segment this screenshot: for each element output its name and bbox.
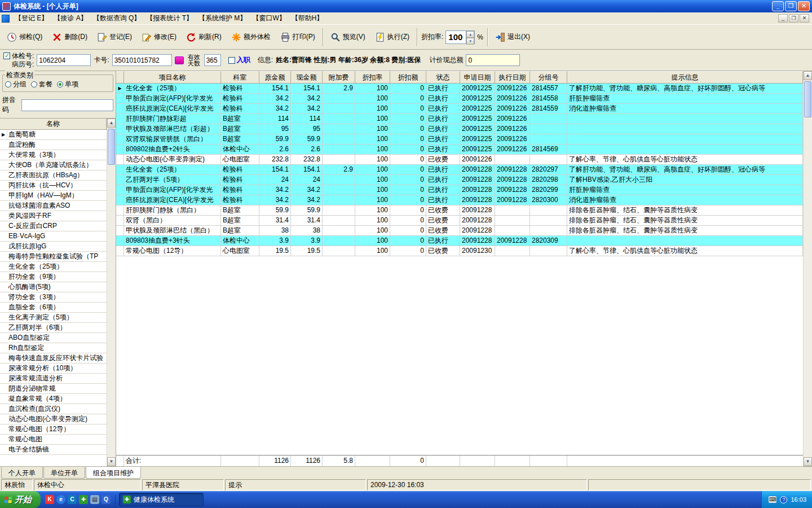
- list-item[interactable]: 类风湿因子RF: [0, 211, 107, 221]
- minimize-button[interactable]: _: [772, 1, 784, 11]
- table-row[interactable]: 809803抽血费+3针头体检中心3.93.91000已执行2009122820…: [116, 236, 803, 246]
- list-item[interactable]: Rh血型鉴定: [0, 343, 107, 353]
- tab-personal-order[interactable]: 个人开单: [1, 467, 43, 479]
- list-item[interactable]: 心肌酶谱(5项): [0, 282, 107, 292]
- spin-up-icon[interactable]: ▲: [466, 31, 474, 38]
- category-radio-package[interactable]: 套餐: [31, 80, 52, 89]
- table-row[interactable]: 甲状腺及颈部淋巴结（黑白）B超室38381000已收费20091228排除各脏器…: [116, 226, 803, 236]
- table-row[interactable]: 肝胆胰脾门静脉（黑白）B超室59.959.91000已收费20091228排除各…: [116, 205, 803, 216]
- mdi-minimize-button[interactable]: _: [778, 14, 788, 23]
- list-item[interactable]: ABO血型鉴定: [0, 333, 107, 343]
- list-item[interactable]: 动态心电图(心率变异测定): [0, 414, 107, 424]
- list-item[interactable]: C-反应蛋白CRP: [0, 221, 107, 231]
- table-row[interactable]: 癌胚抗原测定(CEA)[化学发光检验科34.234.21000已执行200912…: [116, 104, 803, 114]
- list-scrollbar[interactable]: ▲ ▼: [107, 119, 116, 466]
- exit-button[interactable]: 退出(X): [491, 28, 535, 46]
- column-header[interactable]: 分组号: [530, 71, 567, 84]
- menu-report-stats[interactable]: 【报表统计 T】: [143, 12, 196, 24]
- quick-launch-icon[interactable]: ▤: [90, 495, 99, 504]
- keyboard-tray-icon[interactable]: ⌨: [769, 496, 776, 503]
- list-item[interactable]: EB·VcA-IgG: [0, 231, 107, 242]
- card-icon[interactable]: [175, 56, 184, 64]
- preview-button[interactable]: 预览(V): [326, 28, 370, 46]
- list-item[interactable]: 肾功全套（3项）: [0, 292, 107, 303]
- quick-launch-icon[interactable]: K: [45, 495, 54, 504]
- table-row[interactable]: 甲状腺及颈部淋巴结（彩超）B超室95951000已执行2009122520091…: [116, 124, 803, 134]
- table-row[interactable]: 肝胆胰脾门静脉彩超B超室1141141000已执行200912252009122…: [116, 114, 803, 124]
- list-item[interactable]: 生化全套（25项）: [0, 262, 107, 272]
- list-item[interactable]: 血脂全套（6项）: [0, 303, 107, 313]
- column-header[interactable]: 现金额: [291, 71, 323, 84]
- table-row[interactable]: 809802抽血费+2针头体检中心2.62.61000已执行2009122520…: [116, 144, 803, 155]
- wait-exam-button[interactable]: 候检(Q): [2, 28, 47, 46]
- list-item[interactable]: 电子全结肠镜: [0, 445, 107, 455]
- list-item[interactable]: 血淀粉酶: [0, 140, 107, 150]
- column-header[interactable]: 折扣率: [355, 71, 390, 84]
- execute-button[interactable]: 执行(Z): [370, 28, 414, 46]
- menu-window[interactable]: 【窗口W】: [249, 12, 288, 24]
- list-item[interactable]: 甲肝IgM（HAV—IgM）: [0, 191, 107, 201]
- column-header[interactable]: 科室: [221, 71, 259, 84]
- spin-down-icon[interactable]: ▼: [466, 38, 474, 45]
- modify-button[interactable]: 修改(E): [137, 28, 181, 46]
- table-row[interactable]: ▶生化全套（25项）检验科154.1154.12.91000已执行2009122…: [116, 84, 803, 94]
- mdi-close-button[interactable]: ✕: [800, 14, 809, 23]
- scroll-up-icon[interactable]: ▲: [804, 71, 812, 80]
- exam-no-input[interactable]: [37, 54, 91, 66]
- table-row[interactable]: 甲胎蛋白测定(AFP)[化学发光检验科34.234.21000已执行200912…: [116, 94, 803, 104]
- taskbar-task-button[interactable]: ✚ 健康体检系统: [119, 493, 204, 506]
- mdi-restore-button[interactable]: ❐: [789, 14, 798, 23]
- radio-icon[interactable]: [5, 81, 11, 87]
- tab-unit-order[interactable]: 单位开单: [43, 467, 85, 479]
- refresh-button[interactable]: 刷新(R): [182, 28, 226, 46]
- column-header[interactable]: 折扣额: [390, 71, 426, 84]
- list-item[interactable]: 阴道分泌物常规: [0, 384, 107, 394]
- print-button[interactable]: 打印(P): [276, 28, 320, 46]
- menu-reception[interactable]: 【接诊 A】: [51, 12, 90, 24]
- scroll-down-icon[interactable]: ▼: [107, 457, 116, 466]
- valid-days-input[interactable]: [204, 54, 221, 66]
- list-item[interactable]: 常规心电图: [0, 435, 107, 445]
- column-header[interactable]: 申请日期: [460, 71, 495, 84]
- menu-help[interactable]: 【帮助H】: [289, 12, 326, 24]
- pinyin-input[interactable]: [21, 99, 113, 111]
- list-item[interactable]: 大便常规（3项）: [0, 150, 107, 160]
- quick-launch-icon[interactable]: ✚: [79, 495, 88, 504]
- menu-system-maintenance[interactable]: 【系统维护 M】: [196, 12, 249, 24]
- column-header[interactable]: 原金额: [259, 71, 291, 84]
- list-item[interactable]: 梅毒快速血浆反应环状卡片试验: [0, 353, 107, 364]
- list-item[interactable]: 梅毒特异性颗粒凝集试验（TP: [0, 252, 107, 262]
- scroll-thumb[interactable]: [108, 129, 115, 165]
- column-header[interactable]: 项目名称: [124, 71, 221, 84]
- radio-selected-icon[interactable]: [57, 81, 63, 87]
- list-item[interactable]: 戊肝抗原IgG: [0, 242, 107, 252]
- column-header[interactable]: 提示信息: [567, 71, 803, 84]
- menu-register[interactable]: 【登记 E】: [12, 12, 51, 24]
- list-item[interactable]: 抗链球菌溶血素ASO: [0, 201, 107, 211]
- discount-input[interactable]: 100 ▲ ▼: [445, 30, 475, 44]
- column-header[interactable]: 执行日期: [495, 71, 530, 84]
- list-header[interactable]: 名称: [0, 119, 107, 130]
- list-item[interactable]: ▶血葡萄糖: [0, 130, 107, 140]
- maximize-button[interactable]: ❐: [785, 1, 797, 11]
- table-row[interactable]: 动态心电图(心率变异测定)心电图室232.8232.81000已收费200912…: [116, 155, 803, 165]
- list-item[interactable]: 乙肝两对半（6项）: [0, 323, 107, 333]
- quick-launch-icon[interactable]: Q: [102, 495, 111, 504]
- menu-data-query[interactable]: 【数据查询 Q】: [90, 12, 144, 24]
- list-item[interactable]: 大便OB（单克隆试纸条法）: [0, 160, 107, 170]
- scroll-up-icon[interactable]: ▲: [107, 119, 116, 128]
- browser-icon[interactable]: e: [56, 495, 65, 504]
- table-row[interactable]: 双肾双输尿管膀胱（黑白）B超室59.959.91000已执行2009122520…: [116, 134, 803, 144]
- column-header[interactable]: 状态: [426, 71, 460, 84]
- scroll-down-icon[interactable]: ▼: [804, 457, 812, 466]
- table-row[interactable]: 乙肝两对半（5项）检验科24241000已执行20091228200912282…: [116, 175, 803, 185]
- table-row[interactable]: 双肾（黑白）B超室31.431.41000已收费20091228排除各脏器肿瘤、…: [116, 216, 803, 226]
- category-radio-group[interactable]: 分组: [5, 80, 27, 89]
- delete-button[interactable]: 删除(D): [47, 28, 92, 46]
- exam-no-checkbox[interactable]: [3, 52, 10, 59]
- column-header[interactable]: 附加费: [323, 71, 355, 84]
- close-button[interactable]: ✕: [798, 1, 810, 11]
- table-row[interactable]: 常规心电图（12导）心电图室19.519.51000已收费20091230了解心…: [116, 246, 803, 256]
- tray-clock[interactable]: 16:03: [791, 496, 806, 503]
- tab-combo-maintenance[interactable]: 组合项目维护: [86, 467, 141, 479]
